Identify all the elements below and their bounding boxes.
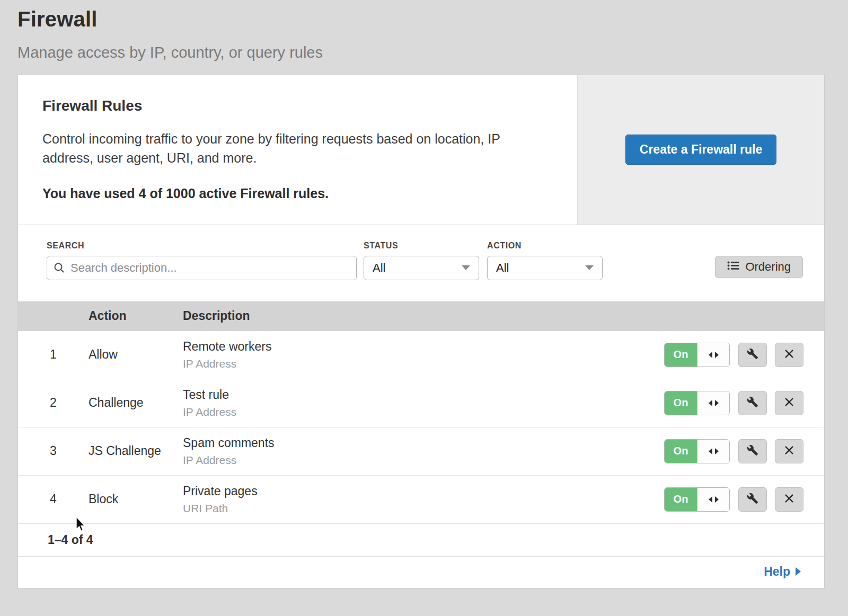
action-filter-group: ACTION All [487, 241, 603, 280]
rule-action: Block [89, 492, 183, 506]
search-filter-group: SEARCH [47, 241, 357, 280]
rule-description-cell: Remote workers IP Address [183, 340, 664, 370]
action-label: ACTION [487, 241, 603, 251]
rule-action: Allow [89, 347, 183, 362]
table-row: 2 Challenge Test rule IP Address On [18, 379, 824, 427]
chevron-down-icon [585, 265, 594, 270]
action-select[interactable]: All [487, 256, 603, 280]
firewall-rules-description: Control incoming traffic to your zone by… [42, 129, 545, 168]
rule-enabled-toggle[interactable]: On [664, 439, 730, 463]
search-icon [54, 262, 65, 276]
rule-enabled-toggle[interactable]: On [664, 343, 730, 367]
rule-match-type: IP Address [183, 406, 664, 418]
search-label: SEARCH [47, 241, 357, 251]
rule-description: Test rule [183, 388, 664, 402]
table-row: 4 Block Private pages URI Path On [18, 476, 824, 524]
delete-rule-button[interactable] [775, 391, 803, 415]
firewall-rules-heading: Firewall Rules [42, 97, 545, 114]
delete-rule-button[interactable] [775, 487, 803, 512]
create-firewall-rule-button[interactable]: Create a Firewall rule [625, 135, 776, 165]
rule-controls: On [664, 343, 824, 367]
rule-priority: 2 [18, 396, 89, 410]
rule-description: Private pages [183, 484, 664, 498]
rule-enabled-toggle[interactable]: On [664, 391, 730, 415]
rule-description: Spam comments [183, 436, 664, 450]
table-row: 3 JS Challenge Spam comments IP Address … [18, 427, 824, 476]
ordering-wrap: Ordering [715, 241, 803, 278]
table-header-row: Action Description [18, 301, 824, 331]
help-link-label: Help [764, 565, 790, 579]
column-header-description: Description [183, 309, 803, 323]
rule-controls: On [664, 487, 824, 512]
toggle-handle-icon [697, 488, 729, 511]
wrench-icon [747, 348, 758, 361]
status-filter-group: STATUS All [364, 241, 479, 280]
toggle-handle-icon [697, 343, 729, 367]
status-select[interactable]: All [364, 256, 479, 280]
column-header-action: Action [89, 309, 183, 323]
rule-description-cell: Spam comments IP Address [183, 436, 664, 467]
search-input[interactable] [47, 256, 357, 280]
rule-controls: On [664, 439, 824, 463]
chevron-down-icon [462, 265, 470, 270]
toggle-on-label: On [665, 391, 697, 415]
toggle-handle-icon [697, 391, 729, 415]
toggle-on-label: On [665, 488, 697, 511]
firewall-rules-card: Firewall Rules Control incoming traffic … [17, 75, 825, 588]
wrench-icon [747, 396, 758, 409]
rule-priority: 1 [18, 347, 89, 362]
page-title: Firewall [17, 7, 848, 31]
wrench-icon [747, 493, 758, 506]
close-icon [784, 349, 794, 361]
rule-match-type: IP Address [183, 454, 664, 467]
card-side-panel: Create a Firewall rule [577, 75, 824, 225]
firewall-rules-table: Action Description 1 Allow Remote worker… [18, 301, 824, 524]
rule-controls: On [664, 391, 824, 415]
caret-right-icon [796, 567, 801, 576]
pagination-summary: 1–4 of 4 [18, 524, 824, 557]
table-row: 1 Allow Remote workers IP Address On [18, 331, 824, 379]
help-link[interactable]: Help [764, 565, 801, 579]
action-select-value: All [496, 261, 509, 275]
firewall-rules-usage: You have used 4 of 1000 active Firewall … [42, 186, 545, 201]
wrench-icon [747, 444, 758, 458]
ordered-list-icon [727, 260, 739, 274]
ordering-button[interactable]: Ordering [715, 256, 803, 278]
page-subtitle: Manage access by IP, country, or query r… [17, 44, 848, 61]
close-icon [784, 445, 794, 457]
rule-priority: 3 [18, 444, 89, 458]
rule-description: Remote workers [183, 340, 664, 354]
ordering-button-label: Ordering [745, 260, 791, 274]
rule-match-type: IP Address [183, 358, 664, 370]
card-footer: Help [18, 557, 824, 588]
search-box [47, 256, 357, 280]
edit-rule-button[interactable] [738, 391, 767, 415]
edit-rule-button[interactable] [738, 343, 767, 367]
firewall-page: Firewall Manage access by IP, country, o… [0, 0, 848, 616]
rule-match-type: URI Path [183, 502, 664, 515]
edit-rule-button[interactable] [738, 439, 767, 463]
edit-rule-button[interactable] [738, 487, 767, 512]
delete-rule-button[interactable] [775, 343, 803, 367]
filter-bar: SEARCH STATUS All [18, 225, 824, 301]
rule-priority: 4 [18, 492, 89, 506]
rule-enabled-toggle[interactable]: On [664, 487, 730, 512]
close-icon [784, 493, 794, 505]
rule-description-cell: Private pages URI Path [183, 484, 664, 515]
page-header: Firewall Manage access by IP, country, o… [0, 0, 848, 61]
rule-description-cell: Test rule IP Address [183, 388, 664, 418]
rule-action: Challenge [89, 396, 183, 410]
status-label: STATUS [364, 241, 479, 251]
close-icon [784, 397, 794, 409]
card-intro-section: Firewall Rules Control incoming traffic … [18, 75, 824, 225]
card-intro-text-block: Firewall Rules Control incoming traffic … [18, 75, 577, 225]
status-select-value: All [373, 261, 385, 275]
toggle-on-label: On [665, 440, 697, 463]
delete-rule-button[interactable] [775, 439, 803, 463]
toggle-on-label: On [665, 343, 697, 367]
toggle-handle-icon [697, 440, 729, 463]
rule-action: JS Challenge [89, 444, 183, 458]
